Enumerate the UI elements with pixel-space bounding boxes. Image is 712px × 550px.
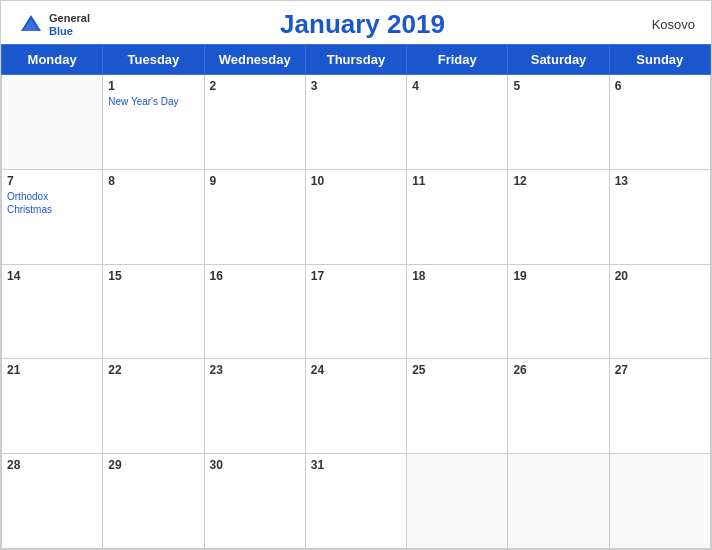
day-number: 19 xyxy=(513,269,603,283)
day-cell: 12 xyxy=(508,169,609,264)
day-cell: 30 xyxy=(204,454,305,549)
day-number: 22 xyxy=(108,363,198,377)
top-bar: General Blue January 2019 Kosovo xyxy=(1,1,711,44)
col-saturday: Saturday xyxy=(508,45,609,75)
day-number: 7 xyxy=(7,174,97,188)
day-cell: 19 xyxy=(508,264,609,359)
day-cell xyxy=(609,454,710,549)
day-cell: 13 xyxy=(609,169,710,264)
day-number: 9 xyxy=(210,174,300,188)
day-number: 16 xyxy=(210,269,300,283)
day-number: 13 xyxy=(615,174,705,188)
day-number: 11 xyxy=(412,174,502,188)
col-monday: Monday xyxy=(2,45,103,75)
col-thursday: Thursday xyxy=(305,45,406,75)
week-row-1: 1New Year's Day23456 xyxy=(2,75,711,170)
week-row-5: 28293031 xyxy=(2,454,711,549)
day-number: 27 xyxy=(615,363,705,377)
day-number: 26 xyxy=(513,363,603,377)
day-number: 21 xyxy=(7,363,97,377)
day-number: 8 xyxy=(108,174,198,188)
day-number: 25 xyxy=(412,363,502,377)
day-cell: 5 xyxy=(508,75,609,170)
country-label: Kosovo xyxy=(635,17,695,32)
week-row-3: 14151617181920 xyxy=(2,264,711,359)
holiday-label: Orthodox Christmas xyxy=(7,190,97,216)
day-cell: 15 xyxy=(103,264,204,359)
day-cell: 14 xyxy=(2,264,103,359)
day-cell: 8 xyxy=(103,169,204,264)
col-wednesday: Wednesday xyxy=(204,45,305,75)
col-tuesday: Tuesday xyxy=(103,45,204,75)
day-number: 15 xyxy=(108,269,198,283)
day-number: 24 xyxy=(311,363,401,377)
header-row: Monday Tuesday Wednesday Thursday Friday… xyxy=(2,45,711,75)
day-number: 10 xyxy=(311,174,401,188)
logo-icon xyxy=(17,11,45,39)
day-cell: 6 xyxy=(609,75,710,170)
day-number: 1 xyxy=(108,79,198,93)
day-number: 12 xyxy=(513,174,603,188)
day-cell: 4 xyxy=(407,75,508,170)
day-cell: 20 xyxy=(609,264,710,359)
logo-blue-text: Blue xyxy=(49,25,90,37)
day-number: 28 xyxy=(7,458,97,472)
day-cell: 27 xyxy=(609,359,710,454)
col-sunday: Sunday xyxy=(609,45,710,75)
col-friday: Friday xyxy=(407,45,508,75)
day-cell: 28 xyxy=(2,454,103,549)
day-cell: 22 xyxy=(103,359,204,454)
calendar-table: Monday Tuesday Wednesday Thursday Friday… xyxy=(1,44,711,549)
day-cell: 23 xyxy=(204,359,305,454)
day-cell xyxy=(508,454,609,549)
day-cell: 25 xyxy=(407,359,508,454)
day-number: 18 xyxy=(412,269,502,283)
day-cell: 17 xyxy=(305,264,406,359)
calendar-header: Monday Tuesday Wednesday Thursday Friday… xyxy=(2,45,711,75)
day-number: 14 xyxy=(7,269,97,283)
calendar-wrapper: General Blue January 2019 Kosovo Monday … xyxy=(0,0,712,550)
day-cell: 9 xyxy=(204,169,305,264)
week-row-4: 21222324252627 xyxy=(2,359,711,454)
day-cell: 2 xyxy=(204,75,305,170)
holiday-label: New Year's Day xyxy=(108,95,198,108)
day-number: 2 xyxy=(210,79,300,93)
day-cell: 3 xyxy=(305,75,406,170)
day-number: 6 xyxy=(615,79,705,93)
day-cell: 10 xyxy=(305,169,406,264)
calendar-title: January 2019 xyxy=(90,9,635,40)
day-number: 17 xyxy=(311,269,401,283)
day-cell: 7Orthodox Christmas xyxy=(2,169,103,264)
day-cell: 29 xyxy=(103,454,204,549)
day-number: 29 xyxy=(108,458,198,472)
day-cell: 31 xyxy=(305,454,406,549)
logo: General Blue xyxy=(17,11,90,39)
day-number: 4 xyxy=(412,79,502,93)
day-number: 30 xyxy=(210,458,300,472)
day-number: 31 xyxy=(311,458,401,472)
week-row-2: 7Orthodox Christmas8910111213 xyxy=(2,169,711,264)
day-cell: 11 xyxy=(407,169,508,264)
day-number: 3 xyxy=(311,79,401,93)
day-number: 5 xyxy=(513,79,603,93)
day-cell: 16 xyxy=(204,264,305,359)
day-cell: 1New Year's Day xyxy=(103,75,204,170)
day-cell xyxy=(407,454,508,549)
logo-general-text: General xyxy=(49,12,90,24)
day-cell: 26 xyxy=(508,359,609,454)
day-cell: 24 xyxy=(305,359,406,454)
day-cell: 18 xyxy=(407,264,508,359)
calendar-body: 1New Year's Day234567Orthodox Christmas8… xyxy=(2,75,711,549)
logo-text: General Blue xyxy=(49,12,90,36)
day-number: 20 xyxy=(615,269,705,283)
day-number: 23 xyxy=(210,363,300,377)
day-cell: 21 xyxy=(2,359,103,454)
day-cell xyxy=(2,75,103,170)
